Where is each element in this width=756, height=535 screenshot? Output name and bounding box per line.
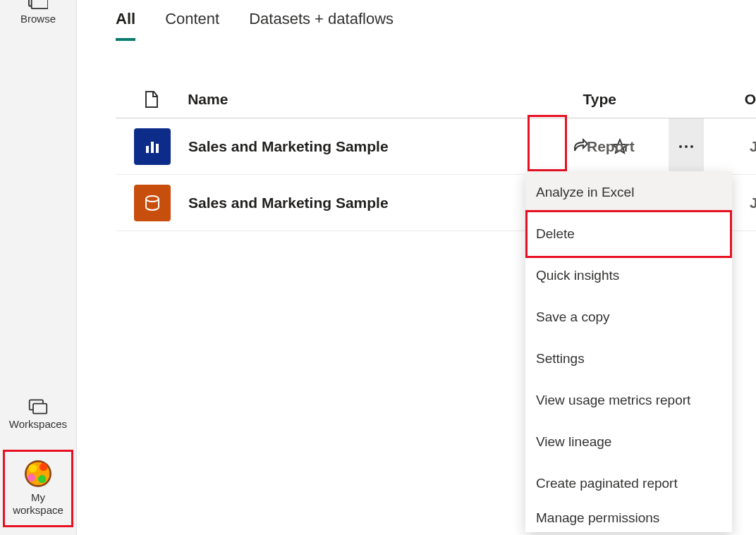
tab-all[interactable]: All: [116, 10, 135, 41]
menu-item-view-lineage[interactable]: View lineage: [525, 421, 732, 462]
report-icon: [134, 128, 171, 165]
menu-item-manage-permissions[interactable]: Manage permissions: [525, 504, 732, 532]
dataset-icon: [134, 185, 171, 221]
row-item-name: Sales and Marketing Sample: [188, 138, 587, 155]
menu-item-analyze-in-excel[interactable]: Analyze in Excel: [525, 171, 732, 213]
column-header-icon: [116, 90, 188, 109]
table-row[interactable]: Sales and Marketing Sample: [116, 118, 756, 175]
menu-item-create-paginated-report[interactable]: Create paginated report: [525, 462, 732, 504]
menu-item-save-a-copy[interactable]: Save a copy: [525, 296, 732, 338]
column-header-name[interactable]: Name: [188, 91, 583, 108]
svg-point-10: [146, 196, 159, 202]
nav-my-workspace[interactable]: My workspace: [3, 450, 73, 527]
row-item-owner: Jo: [750, 138, 756, 155]
tab-datasets-dataflows[interactable]: Datasets + dataflows: [249, 10, 394, 41]
nav-browse[interactable]: Browse: [0, 0, 76, 31]
tab-content[interactable]: Content: [165, 10, 219, 41]
menu-item-delete[interactable]: Delete: [525, 213, 732, 254]
row-item-owner: Jo: [750, 195, 756, 211]
file-icon: [144, 90, 159, 109]
nav-workspaces[interactable]: Workspaces: [0, 391, 76, 436]
nav-browse-label: Browse: [20, 13, 56, 25]
row-item-type: Report: [587, 138, 750, 155]
svg-rect-3: [33, 404, 47, 414]
svg-rect-4: [146, 146, 149, 153]
table-header: Name Type O: [116, 80, 756, 118]
nav-workspaces-label: Workspaces: [9, 418, 67, 431]
menu-item-settings[interactable]: Settings: [525, 338, 732, 379]
left-navigation: Browse Workspaces My workspace: [0, 0, 77, 535]
column-header-type[interactable]: Type: [583, 91, 745, 108]
menu-item-quick-insights[interactable]: Quick insights: [525, 254, 732, 296]
context-menu: Analyze in Excel Delete Quick insights S…: [525, 171, 732, 532]
workspace-tabs: All Content Datasets + dataflows: [116, 10, 756, 41]
svg-rect-5: [151, 142, 154, 153]
svg-rect-1: [32, 0, 48, 8]
workspace-avatar-icon: [25, 460, 51, 487]
column-header-owner[interactable]: O: [745, 91, 756, 108]
nav-my-workspace-label: My workspace: [5, 491, 71, 517]
workspaces-icon: [28, 397, 48, 417]
svg-rect-6: [156, 144, 159, 153]
browse-icon: [28, 0, 48, 11]
menu-item-view-usage-metrics[interactable]: View usage metrics report: [525, 379, 732, 421]
